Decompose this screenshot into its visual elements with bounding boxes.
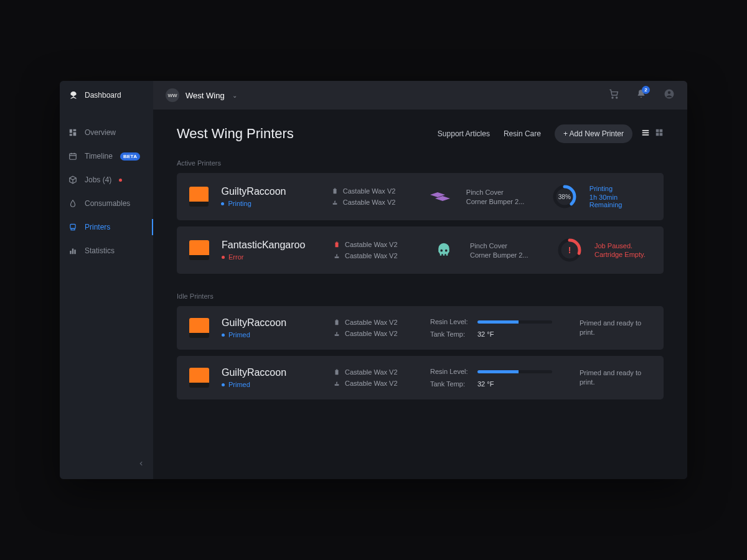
sidebar-item-statistics[interactable]: Statistics — [60, 239, 153, 263]
printer-thumbnail — [189, 240, 209, 260]
svg-rect-13 — [74, 250, 75, 254]
cartridge-row: Castable Wax V2 — [334, 319, 418, 326]
sidebar-item-label: Printers — [85, 223, 110, 231]
view-toggle — [641, 128, 664, 139]
cart-button[interactable] — [609, 89, 619, 101]
sidebar-item-label: Overview — [85, 128, 116, 137]
printer-name: GuiltyRaccoon — [222, 367, 321, 378]
add-printer-button[interactable]: + Add New Printer — [555, 124, 632, 143]
svg-rect-20 — [642, 134, 649, 136]
collapse-sidebar-button[interactable] — [138, 459, 144, 470]
materials: Castable Wax V2 Castable Wax V2 — [334, 368, 418, 387]
page-title: West Wing Printers — [177, 126, 294, 142]
progress-percent: 38% — [552, 184, 577, 209]
grid-view-button[interactable] — [655, 128, 664, 139]
cartridge-row: Castable Wax V2 — [332, 187, 415, 195]
org-name[interactable]: West Wing — [186, 91, 225, 100]
idle-message: Primed and ready to print. — [580, 368, 648, 388]
user-circle-icon — [664, 88, 675, 100]
svg-rect-9 — [70, 224, 75, 228]
idle-section-label: Idle Printers — [177, 292, 664, 300]
content: West Wing Printers Support Articles Resi… — [153, 110, 687, 479]
list-view-button[interactable] — [641, 128, 650, 139]
model-thumbnail — [430, 241, 458, 259]
svg-rect-10 — [71, 228, 75, 230]
sidebar-item-overview[interactable]: Overview — [60, 121, 153, 144]
account-button[interactable] — [664, 88, 675, 102]
org-avatar[interactable]: WW — [166, 88, 179, 102]
idle-stats: Resin Level: Tank Temp: 32 °F — [430, 318, 567, 338]
printer-icon — [68, 223, 77, 231]
printer-identity: GuiltyRaccoon Primed — [222, 317, 321, 338]
svg-point-17 — [668, 91, 671, 95]
resin-level-bar — [477, 320, 552, 324]
resin-care-link[interactable]: Resin Care — [504, 129, 541, 138]
svg-rect-30 — [336, 241, 338, 242]
resin-level-bar — [477, 370, 552, 373]
sidebar-item-label: Timeline — [85, 152, 113, 161]
sidebar-header: Dashboard — [60, 81, 153, 110]
sidebar-item-jobs[interactable]: Jobs (4) — [60, 168, 153, 192]
svg-rect-22 — [660, 129, 663, 133]
printer-card[interactable]: FantasticKangaroo Error Castable Wax V2 … — [177, 226, 664, 274]
printer-name: FantasticKangaroo — [222, 240, 321, 251]
tank-row: Castable Wax V2 — [334, 330, 418, 337]
cartridge-row: Castable Wax V2 — [334, 368, 418, 376]
svg-rect-12 — [72, 249, 73, 254]
overview-icon — [68, 128, 77, 137]
printer-identity: GuiltyRaccoon Printing — [221, 186, 319, 207]
svg-rect-25 — [333, 189, 336, 194]
svg-point-14 — [612, 97, 613, 98]
svg-rect-36 — [336, 369, 338, 370]
svg-rect-35 — [336, 370, 339, 375]
materials: Castable Wax V2 Castable Wax V2 — [334, 241, 418, 259]
printer-card[interactable]: GuiltyRaccoon Printing Castable Wax V2 C… — [177, 173, 664, 220]
printer-card[interactable]: GuiltyRaccoon Primed Castable Wax V2 Cas… — [177, 356, 664, 399]
sidebar-item-label: Consumables — [85, 199, 130, 208]
model-files: Pinch CoverCorner Bumper 2... — [466, 189, 540, 205]
svg-rect-33 — [336, 320, 339, 325]
svg-rect-0 — [70, 129, 72, 133]
cartridge-row: Castable Wax V2 — [334, 241, 418, 248]
calendar-icon — [68, 152, 77, 161]
cartridge-icon — [332, 188, 338, 195]
printer-thumbnail — [189, 187, 209, 207]
sidebar-title: Dashboard — [85, 91, 121, 100]
tank-temp-row: Tank Temp: 32 °F — [430, 330, 567, 338]
sidebar-item-consumables[interactable]: Consumables — [60, 192, 153, 215]
printer-status: Primed — [222, 331, 321, 338]
svg-rect-24 — [660, 133, 663, 136]
idle-stats: Resin Level: Tank Temp: 32 °F — [430, 368, 567, 388]
sidebar-item-printers[interactable]: Printers — [60, 215, 153, 239]
model-thumbnail — [427, 187, 454, 206]
sidebar-item-label: Jobs (4) — [85, 175, 111, 184]
resin-level-row: Resin Level: — [430, 368, 567, 375]
svg-rect-34 — [336, 319, 338, 320]
resin-level-row: Resin Level: — [430, 318, 567, 325]
svg-rect-3 — [70, 134, 72, 136]
bar-chart-icon — [68, 246, 77, 255]
sidebar: Dashboard Overview Timeline BETA Jobs (4… — [60, 81, 153, 479]
beta-badge: BETA — [120, 152, 140, 161]
main-area: WW West Wing ⌄ 2 West Wing Printers Supp… — [153, 81, 687, 479]
tank-icon — [334, 330, 340, 337]
printer-identity: GuiltyRaccoon Primed — [222, 367, 321, 388]
materials: Castable Wax V2 Castable Wax V2 — [334, 319, 418, 337]
printer-thumbnail — [189, 318, 209, 338]
svg-rect-29 — [336, 242, 339, 247]
cartridge-icon — [334, 241, 340, 248]
chevron-down-icon[interactable]: ⌄ — [232, 92, 237, 99]
printer-status: Primed — [222, 381, 321, 388]
tank-icon — [334, 253, 340, 259]
svg-rect-1 — [73, 129, 77, 131]
sidebar-item-timeline[interactable]: Timeline BETA — [60, 144, 153, 168]
printer-name: GuiltyRaccoon — [222, 317, 321, 329]
app-window: Dashboard Overview Timeline BETA Jobs (4… — [60, 81, 687, 479]
support-articles-link[interactable]: Support Articles — [438, 129, 490, 138]
printer-card[interactable]: GuiltyRaccoon Primed Castable Wax V2 Cas… — [177, 306, 664, 350]
notifications-button[interactable]: 2 — [636, 89, 646, 101]
printer-status: Error — [222, 253, 321, 261]
svg-rect-26 — [334, 188, 336, 189]
cube-icon — [68, 175, 77, 184]
tank-temp-row: Tank Temp: 32 °F — [430, 380, 567, 388]
